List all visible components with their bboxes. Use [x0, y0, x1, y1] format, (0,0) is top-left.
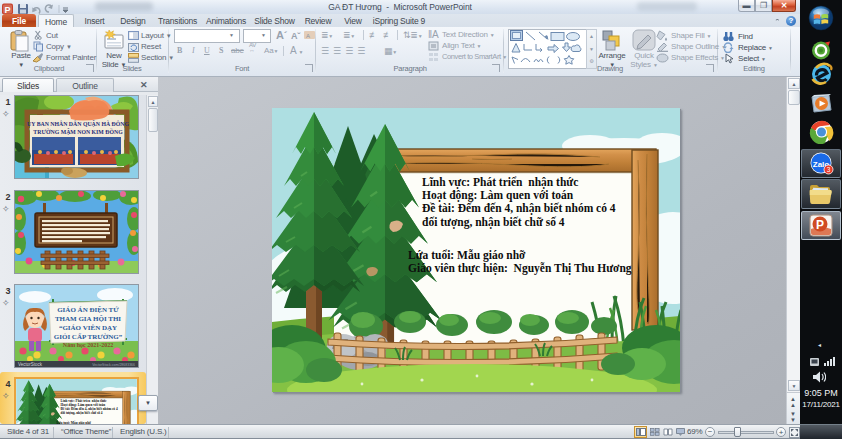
svg-text:Hoạt động: Làm quen với toán: Hoạt động: Làm quen với toán	[422, 189, 574, 202]
svg-text:3: 3	[827, 166, 831, 173]
svg-text:TRƯỜNG MẬM NON KIM ĐỒNG: TRƯỜNG MẬM NON KIM ĐỒNG	[33, 128, 123, 135]
svg-text:A: A	[306, 33, 310, 39]
svg-text:đối tượng, nhận biết chữ số 4: đối tượng, nhận biết chữ số 4	[422, 216, 565, 229]
svg-text:“GIÁO VIÊN DẠY: “GIÁO VIÊN DẠY	[59, 324, 117, 332]
svg-text:GIÁO ÁN ĐIỆN TỨ: GIÁO ÁN ĐIỆN TỨ	[57, 306, 119, 314]
svg-text:Lứa tuổi: Mẫu giáo nhỡ: Lứa tuổi: Mẫu giáo nhỡ	[408, 249, 526, 262]
svg-text:VectorStock: VectorStock	[18, 362, 43, 367]
svg-text:Lĩnh vực: Phát triển nhận thứ: Lĩnh vực: Phát triển nhận thức	[422, 176, 578, 189]
svg-text:Giáo viên thực hiện: Nguyễn T: Giáo viên thực hiện: Nguyễn Thị Thu Hươn…	[408, 262, 632, 275]
svg-text:VectorStock.com/28683366: VectorStock.com/28683366	[92, 363, 135, 367]
svg-text:P: P	[4, 5, 10, 15]
svg-text:UY BAN NHÂN DÂN QUẬN HÀ ĐÔNG: UY BAN NHÂN DÂN QUẬN HÀ ĐÔNG	[27, 120, 129, 127]
svg-text:GIỎI CẤP TRƯỜNG”: GIỎI CẤP TRƯỜNG”	[54, 333, 123, 341]
svg-text:Năm học 2021-2022: Năm học 2021-2022	[63, 342, 113, 348]
svg-text:Đề tài: Đếm đến 4, nhận biết n: Đề tài: Đếm đến 4, nhận biết nhóm có 4	[422, 202, 616, 215]
svg-text:P: P	[816, 218, 824, 232]
svg-text:THAM GIA HỘI THI: THAM GIA HỘI THI	[55, 315, 121, 323]
